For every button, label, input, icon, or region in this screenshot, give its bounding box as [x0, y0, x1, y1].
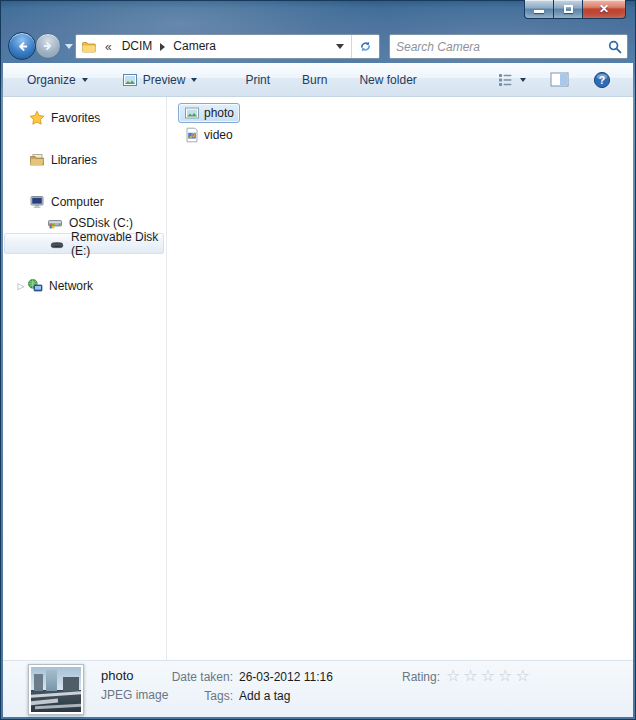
video-file-icon	[184, 127, 200, 143]
minimize-icon	[534, 10, 544, 13]
preview-pane-button[interactable]	[544, 68, 575, 92]
star-outline-icon[interactable]: ☆	[446, 667, 463, 684]
new-folder-label: New folder	[359, 73, 416, 87]
help-icon: ?	[593, 71, 611, 89]
sidebar-item-computer[interactable]: Computer	[3, 191, 164, 212]
sidebar-item-libraries[interactable]: Libraries	[3, 149, 164, 170]
preview-pane-icon	[550, 72, 569, 87]
star-outline-icon[interactable]: ☆	[498, 667, 515, 684]
sidebar-label: Libraries	[51, 153, 97, 167]
sidebar-item-removable-disk[interactable]: Removable Disk (E:)	[4, 233, 164, 254]
hard-disk-icon	[47, 215, 63, 231]
help-button[interactable]: ?	[587, 68, 617, 92]
preview-button[interactable]: Preview	[112, 68, 208, 92]
computer-icon	[29, 194, 45, 210]
folder-icon	[81, 39, 97, 55]
breadcrumb-separator-icon[interactable]	[160, 43, 165, 51]
photo-file-icon	[184, 105, 200, 121]
harbor-scene-image	[31, 667, 81, 712]
sidebar-label: Network	[49, 279, 93, 293]
star-icon	[29, 110, 45, 126]
details-file-name: photo	[101, 668, 134, 683]
address-bar[interactable]: « DCIM Camera	[75, 34, 380, 59]
refresh-icon	[358, 39, 373, 54]
explorer-window: ✕ « DCIM Camera	[0, 0, 636, 720]
change-view-button[interactable]	[491, 68, 532, 92]
breadcrumb-camera[interactable]: Camera	[167, 35, 222, 58]
close-button[interactable]: ✕	[582, 0, 626, 19]
file-list[interactable]: photo video	[167, 97, 633, 660]
network-icon	[27, 278, 43, 294]
close-icon: ✕	[599, 3, 609, 15]
star-outline-icon[interactable]: ☆	[515, 667, 532, 684]
sidebar-label: Favorites	[51, 111, 100, 125]
svg-text:?: ?	[599, 74, 605, 86]
search-input[interactable]	[390, 40, 603, 54]
search-button[interactable]	[603, 40, 627, 54]
organize-button[interactable]: Organize	[17, 68, 98, 92]
file-item-video[interactable]: video	[178, 125, 239, 145]
search-box	[389, 34, 628, 59]
expander-icon[interactable]: ▷	[15, 281, 27, 291]
address-dropdown-icon[interactable]	[336, 44, 344, 49]
recent-pages-dropdown-icon[interactable]	[65, 44, 73, 49]
chevron-down-icon	[82, 78, 88, 82]
navigation-pane: Favorites Libraries Computer	[3, 97, 167, 660]
sidebar-label: Computer	[51, 195, 104, 209]
forward-button[interactable]	[35, 33, 61, 59]
views-grid-icon	[497, 72, 514, 88]
forward-arrow-icon	[41, 39, 55, 53]
breadcrumb-dcim[interactable]: DCIM	[116, 35, 159, 58]
star-outline-icon[interactable]: ☆	[463, 667, 480, 684]
rating-label: Rating:	[402, 670, 440, 684]
tags-label: Tags:	[145, 689, 233, 703]
photo-thumbnail	[28, 664, 84, 715]
print-button[interactable]: Print	[235, 68, 280, 92]
burn-label: Burn	[302, 73, 327, 87]
main-area: Favorites Libraries Computer	[3, 97, 633, 660]
preview-label: Preview	[143, 73, 186, 87]
refresh-button[interactable]	[352, 35, 379, 58]
sidebar-label: Removable Disk (E:)	[71, 230, 163, 258]
search-icon	[608, 40, 622, 54]
burn-button[interactable]: Burn	[292, 68, 337, 92]
chevron-down-icon	[191, 78, 197, 82]
rating-stars[interactable]: ☆☆☆☆☆	[446, 666, 533, 685]
back-arrow-icon	[15, 39, 30, 54]
new-folder-button[interactable]: New folder	[349, 68, 426, 92]
file-name: photo	[204, 106, 234, 120]
window-controls: ✕	[524, 0, 626, 19]
maximize-icon	[564, 5, 573, 13]
back-button[interactable]	[8, 32, 36, 60]
maximize-button[interactable]	[554, 0, 582, 19]
sidebar-item-network[interactable]: ▷ Network	[3, 275, 164, 296]
date-taken-value[interactable]: 26-03-2012 11:16	[239, 670, 333, 684]
print-label: Print	[245, 73, 270, 87]
chevron-down-icon	[520, 78, 526, 82]
preview-picture-icon	[122, 72, 138, 88]
organize-label: Organize	[27, 73, 76, 87]
breadcrumb-overflow[interactable]: «	[101, 40, 116, 54]
date-taken-label: Date taken:	[145, 670, 233, 684]
tags-value[interactable]: Add a tag	[239, 689, 290, 703]
file-name: video	[204, 128, 233, 142]
removable-disk-icon	[49, 236, 65, 252]
sidebar-label: OSDisk (C:)	[69, 216, 133, 230]
libraries-icon	[29, 152, 45, 168]
command-toolbar: Organize Preview Print Burn New folder	[3, 63, 633, 97]
titlebar[interactable]: ✕	[0, 0, 636, 30]
sidebar-item-favorites[interactable]: Favorites	[3, 107, 164, 128]
details-pane: photo JPEG image Date taken: 26-03-2012 …	[3, 660, 633, 717]
minimize-button[interactable]	[524, 0, 554, 19]
file-item-photo[interactable]: photo	[178, 103, 240, 123]
star-outline-icon[interactable]: ☆	[481, 667, 498, 684]
